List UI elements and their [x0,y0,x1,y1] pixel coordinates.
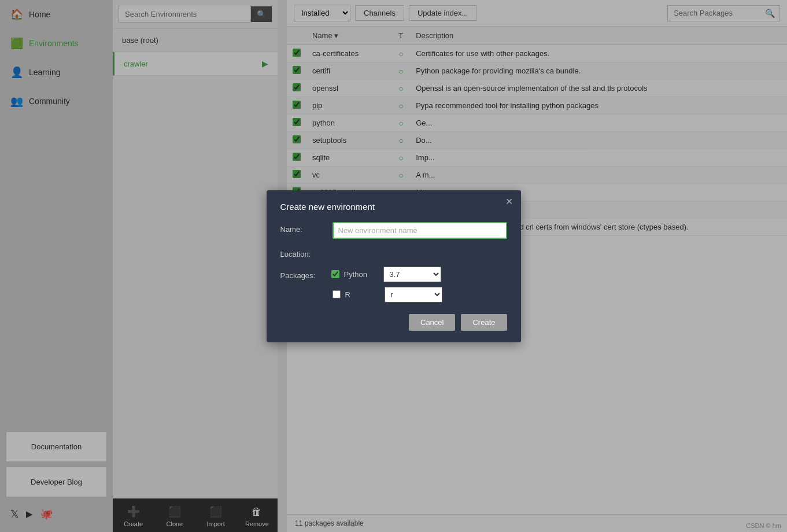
modal-actions: Cancel Create [280,314,507,331]
modal-location-row: Location: [280,247,507,258]
python-pkg-row: Python 3.7 3.8 3.9 3.6 [331,267,441,282]
r-checkbox[interactable] [332,290,341,298]
modal-close-button[interactable]: ✕ [505,196,513,207]
modal-overlay: Create new environment ✕ Name: Location:… [0,0,787,532]
r-version-select[interactable]: r 3.6 3.5 [385,287,442,302]
modal-name-label: Name: [280,222,327,234]
r-label: R [345,290,380,299]
modal-create-button[interactable]: Create [461,314,507,331]
modal-cancel-button[interactable]: Cancel [409,314,455,331]
modal-title: Create new environment [280,202,507,212]
python-checkbox[interactable] [331,270,339,278]
create-environment-modal: Create new environment ✕ Name: Location:… [267,190,521,342]
modal-packages-label: Packages: [280,268,327,280]
modal-name-row: Name: [280,222,507,239]
modal-packages-row: Packages: Python 3.7 3.8 3.9 3.6 R [280,267,507,302]
r-pkg-row: R r 3.6 3.5 [332,287,442,302]
python-version-select[interactable]: 3.7 3.8 3.9 3.6 [383,267,441,282]
python-label: Python [344,270,379,279]
modal-name-input[interactable] [332,222,507,239]
modal-location-label: Location: [280,247,327,258]
